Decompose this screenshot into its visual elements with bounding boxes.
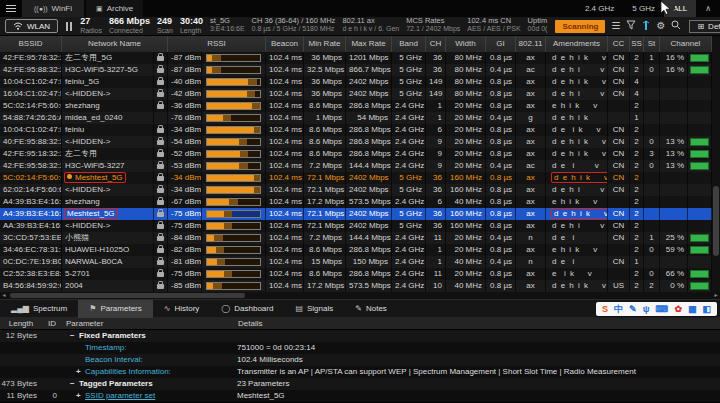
- table-row[interactable]: 10:04:C1:02:47:F1feiniu_5G-40 dBm102.4 m…: [0, 76, 712, 88]
- network-name: <-HIDDEN->: [65, 137, 110, 146]
- tab-parameters[interactable]: ⚑Parameters: [78, 300, 153, 318]
- parameter-label[interactable]: Beacon Interval:: [85, 355, 143, 364]
- filter-icon[interactable]: [626, 20, 636, 32]
- lock-icon: [157, 176, 164, 181]
- handwriting-icon[interactable]: ✎: [629, 302, 637, 316]
- column-header-802-11[interactable]: 802.11: [516, 36, 546, 52]
- skin-icon[interactable]: ✿: [674, 302, 682, 316]
- menu-icon[interactable]: [0, 0, 22, 17]
- amendments: d e i k v: [552, 125, 601, 134]
- column-header-rssi[interactable]: RSSI: [168, 36, 266, 52]
- column-header-parameter[interactable]: Parameter: [62, 317, 234, 329]
- table-row[interactable]: 34:46:EC:78:31:5CHUAWEI-H1025O-82 dBm102…: [0, 244, 712, 256]
- parameter-row[interactable]: Beacon Interval:102.4 Milliseconds: [0, 354, 720, 366]
- more-icon[interactable]: ◧: [702, 302, 711, 316]
- utilization-cell: 25 %: [660, 232, 688, 244]
- vertical-scrollbar[interactable]: [712, 36, 720, 292]
- chinese-mode-icon[interactable]: 中: [614, 302, 623, 316]
- column-header-network-name[interactable]: Network Name: [62, 36, 168, 52]
- column-header-amendments[interactable]: Amendments: [546, 36, 608, 52]
- tab-history[interactable]: ∿History: [153, 300, 211, 318]
- antenna-icon[interactable]: [642, 20, 650, 33]
- parameter-label[interactable]: Capabilities Information:: [85, 367, 171, 376]
- column-header-st[interactable]: St: [644, 36, 660, 52]
- band-button-all[interactable]: ALL: [664, 0, 696, 17]
- scrollbar-thumb[interactable]: [10, 293, 245, 298]
- column-header-length[interactable]: Length: [0, 317, 42, 329]
- table-row[interactable]: 10:04:C1:02:47:F0feiniu-34 dBm102.4 ms8.…: [0, 124, 712, 136]
- table-row[interactable]: 5C:02:14:F5:60:68Meshtest_5G-34 dBm102.4…: [0, 172, 712, 184]
- tab-winfi[interactable]: ((●)) WinFi: [22, 0, 84, 17]
- parameter-row[interactable]: 12 Bytes−Fixed Parameters: [0, 330, 720, 342]
- table-row[interactable]: 3C:CD:57:53:EE:1A小熊猫-84 dBm102.4 ms7.2 M…: [0, 232, 712, 244]
- scroll-right-icon[interactable]: ▸: [712, 292, 720, 299]
- bssid-cell: A4:39:B3:E4:16:6F: [0, 196, 62, 208]
- search-icon[interactable]: [671, 20, 681, 32]
- tab-dashboard[interactable]: ◯Dashboard: [210, 300, 284, 318]
- table-row[interactable]: A4:39:B3:E4:16:6Fshezhang-67 dBm102.4 ms…: [0, 196, 712, 208]
- country-cell: CN: [608, 76, 630, 88]
- table-row[interactable]: 42:FE:95:88:32:29H3C-WiFi5-3227-5G-87 dB…: [0, 64, 712, 76]
- tab-signals[interactable]: ▤Signals: [284, 300, 344, 318]
- expand-icon[interactable]: +: [76, 366, 85, 378]
- column-header-ch[interactable]: CH: [426, 36, 446, 52]
- column-header-width[interactable]: Width: [446, 36, 486, 52]
- collapse-chevron-icon[interactable]: ∧: [696, 0, 720, 17]
- column-header-min-rate[interactable]: Min Rate: [304, 36, 346, 52]
- band-button-5ghz[interactable]: 5 GHz: [623, 0, 664, 17]
- scroll-left-icon[interactable]: ◂: [0, 292, 8, 299]
- keyboard-icon[interactable]: ⌨: [655, 302, 668, 316]
- table-row[interactable]: 0C:DC:7E:19:B0:C9NARWAL-B0CA-81 dBm102.4…: [0, 256, 712, 268]
- apps-icon[interactable]: ▦: [688, 302, 697, 316]
- collapse-icon[interactable]: −: [70, 330, 79, 342]
- table-row[interactable]: 5C:02:14:F5:60:6Cshezhang-36 dBm102.4 ms…: [0, 100, 712, 112]
- voice-icon[interactable]: ψ: [643, 302, 650, 316]
- tab-archive[interactable]: ▣ Archive: [86, 0, 143, 17]
- column-header-beacon[interactable]: Beacon: [266, 36, 304, 52]
- table-row[interactable]: 42:FE:95:58:32:29H3C-WiFi5-3227-53 dBm10…: [0, 160, 712, 172]
- columns-icon[interactable]: ☰: [611, 21, 620, 31]
- column-header-id[interactable]: ID: [42, 317, 62, 329]
- amendments-cell: d e h i k v: [546, 148, 608, 160]
- parameter-row[interactable]: +Capabilities Information:Transmitter is…: [0, 366, 720, 378]
- wlan-adapter-button[interactable]: WLAN: [5, 19, 58, 33]
- utilization-bar-cell: [688, 136, 712, 148]
- sogou-logo-icon[interactable]: S: [602, 302, 608, 316]
- column-header-ss[interactable]: SS: [630, 36, 644, 52]
- network-name-cell: <-HIDDEN->: [62, 220, 154, 232]
- expand-icon[interactable]: +: [76, 390, 85, 402]
- horizontal-scrollbar[interactable]: ◂ ▸: [0, 292, 720, 299]
- table-row[interactable]: 40:FE:95:88:32:29<-HIDDEN->-54 dBm102.4 …: [0, 136, 712, 148]
- table-row[interactable]: 62:02:14:F5:60:68<-HIDDEN->-34 dBm102.4 …: [0, 184, 712, 196]
- channel-cell: 1: [426, 256, 446, 268]
- parameter-row[interactable]: 11 Bytes0+SSID parameter setMeshtest_5G: [0, 390, 720, 402]
- column-header-max-rate[interactable]: Max Rate: [346, 36, 392, 52]
- parameter-row[interactable]: 473 Bytes−Tagged Parameters23 Parameters: [0, 378, 720, 390]
- table-row[interactable]: A4:39:B3:E4:16:6EMeshtest_5G-75 dBm102.4…: [0, 208, 712, 220]
- tab-spectrum[interactable]: ▂▄▆Spectrum: [0, 300, 78, 318]
- tab-notes[interactable]: ✎Notes: [344, 300, 398, 318]
- standard-cell: ax: [516, 136, 546, 148]
- pause-button[interactable]: [64, 22, 74, 31]
- default-view-dropdown[interactable]: ⊞ Default View: [689, 20, 720, 33]
- settings-gear-icon[interactable]: ⚙: [656, 21, 665, 31]
- column-header-bssid[interactable]: BSSID: [0, 36, 62, 52]
- column-header-band[interactable]: Band: [392, 36, 426, 52]
- column-header-details[interactable]: Details: [234, 317, 720, 329]
- column-header-channel[interactable]: Channel: [660, 36, 712, 52]
- table-row[interactable]: AA:39:B3:E4:16:6E<-HIDDEN->-75 dBm102.4 …: [0, 220, 712, 232]
- parameter-label[interactable]: SSID parameter set: [85, 391, 155, 400]
- table-row[interactable]: 16:04:C1:02:47:F1<-HIDDEN->-42 dBm102.4 …: [0, 88, 712, 100]
- scanning-button[interactable]: Scanning: [555, 20, 605, 33]
- column-header-gi[interactable]: GI: [486, 36, 516, 52]
- table-row[interactable]: C2:52:38:E3:E8:A25-2701-75 dBm102.4 ms8.…: [0, 268, 712, 280]
- band-button-24ghz[interactable]: 2.4 GHz: [576, 0, 623, 17]
- parameter-row[interactable]: Timestamp:751000 = 0d 00:23:14: [0, 342, 720, 354]
- table-row[interactable]: 54:88:74:26:26:A9midea_ed_0240-76 dBm102…: [0, 112, 712, 124]
- collapse-icon[interactable]: −: [70, 378, 79, 390]
- table-row[interactable]: B4:56:84:59:92:CA2004-85 dBm102.4 ms17.2…: [0, 280, 712, 292]
- parameter-label[interactable]: Timestamp:: [85, 343, 127, 352]
- table-row[interactable]: 42:FE:95:18:32:29左二专用-52 dBm102.4 ms8.6 …: [0, 148, 712, 160]
- column-header-cc[interactable]: CC: [608, 36, 630, 52]
- table-row[interactable]: 42:FE:95:78:32:29左二专用_5G-87 dBm102.4 ms3…: [0, 52, 712, 64]
